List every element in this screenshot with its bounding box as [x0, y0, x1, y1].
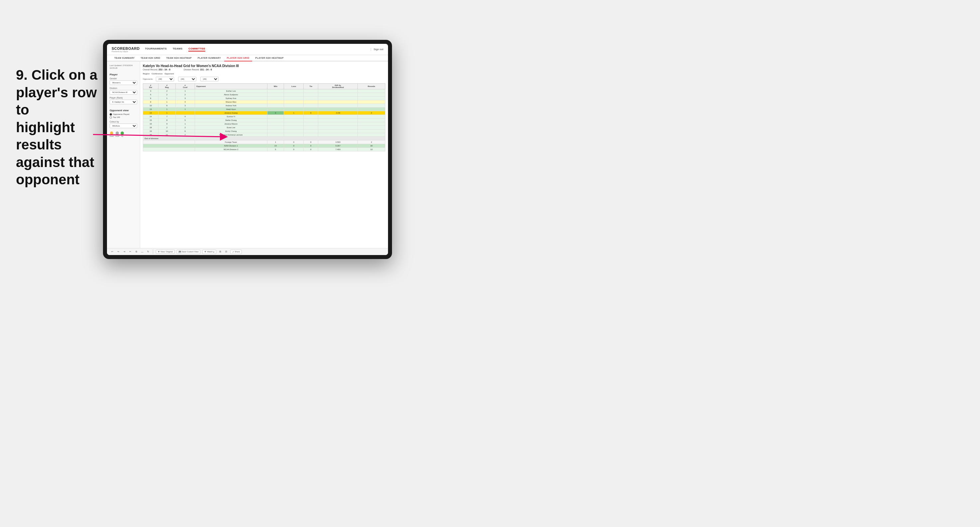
table-row[interactable]: 321 Esther Lee — [143, 89, 385, 93]
dot-down: Down — [110, 132, 114, 137]
gender-label: Gender — [110, 77, 137, 80]
col-loss: Loss — [284, 84, 304, 89]
sign-out[interactable]: Sign out — [371, 48, 383, 51]
radio-group: Opponents Played Top 100 — [110, 113, 137, 119]
grid-icon[interactable]: ⊞ — [218, 250, 222, 254]
table-row-ncaa2[interactable]: NCAA Division 2 5 0 0 7.400 10 — [143, 148, 385, 151]
radio-dot-2 — [110, 116, 112, 119]
division-label: Division — [110, 87, 137, 89]
tab-player-h2h-heatmap[interactable]: PLAYER H2H HEATMAP — [253, 55, 286, 61]
save-custom-btn[interactable]: 💾 Save Custom View — [177, 250, 200, 254]
table-row-naia1[interactable]: NAIA Division 1 15 0 0 9.267 30 — [143, 144, 385, 148]
division-select[interactable]: NCAA Division III — [110, 90, 137, 95]
table-row[interactable]: 1474 Eunice Yi — [143, 115, 385, 119]
nav-tournaments[interactable]: TOURNAMENTS — [145, 47, 166, 51]
dash-icon[interactable]: — — [140, 250, 144, 254]
opponent-view-title: Opponent view — [110, 109, 137, 112]
filters-row2: Opponents: (All) (All) (All) — [143, 77, 385, 81]
conference-label: Conference — [151, 73, 162, 75]
opponent-filter-group: Opponent — [164, 73, 174, 75]
tablet-device: SCOREBOARD Powered by clippd TOURNAMENTS… — [103, 40, 392, 259]
content-area: Katelyn Vo Head-to-Head Grid for Women's… — [140, 62, 388, 248]
bottom-toolbar: ↩ ↪ ⇥ ✂ ⧉ — ↻ 👁 View: Original 💾 Save Cu… — [107, 248, 388, 255]
tab-player-h2h-grid[interactable]: PLAYER H2H GRID — [224, 55, 252, 62]
opponent-filter-label: Opponent — [164, 73, 174, 75]
radio-dot-1 — [110, 113, 112, 116]
table-row[interactable]: 1822 Euna Lee — [143, 126, 385, 130]
conference-select[interactable]: (All) — [178, 77, 196, 81]
table-row[interactable]: 522 Alexis Sudjianto — [143, 93, 385, 97]
region-label: Region — [143, 73, 150, 75]
forward-icon[interactable]: ⇥ — [122, 250, 126, 254]
gender-select[interactable]: Women's — [110, 80, 137, 85]
dot-level-circle — [116, 132, 119, 135]
dot-level: Level — [115, 132, 119, 137]
dot-down-circle — [110, 132, 113, 135]
save-icon: 💾 — [179, 251, 181, 253]
layout-icon[interactable]: ⊟ — [224, 250, 228, 254]
colour-by-select[interactable]: Win/loss — [110, 124, 137, 128]
region-filter-group: Region — [143, 73, 150, 75]
copy-icon[interactable]: ⧉ — [134, 250, 138, 254]
table-row-highlighted[interactable]: 13 1 Jessica Huang 0 1 0 -3.00 2 — [143, 111, 385, 115]
opponent-select[interactable]: (All) — [200, 77, 219, 81]
table-row[interactable]: 20117 Federica Domecq Lacroze — [143, 133, 385, 137]
opponent-view: Opponent view Opponents Played Top 100 — [110, 109, 137, 119]
table-row[interactable]: 1311 Heeji Hyun — [143, 108, 385, 111]
col-win: Win — [267, 84, 284, 89]
tab-bar: TEAM SUMMARY TEAM H2H GRID TEAM H2H HEAT… — [107, 55, 388, 62]
nav-bar: SCOREBOARD Powered by clippd TOURNAMENTS… — [107, 44, 388, 55]
main-content: Last Updated: 27/03/2024 16:55:28 Player… — [107, 62, 388, 248]
nav-links: TOURNAMENTS TEAMS COMMITTEE — [145, 47, 205, 51]
share-btn[interactable]: ↗ Share — [230, 250, 242, 254]
h2h-grid-table: #Div #Reg #Conf Opponent Win Loss Tie Di… — [143, 83, 385, 151]
redo-icon[interactable]: ↪ — [116, 250, 120, 254]
undo-icon[interactable]: ↩ — [110, 250, 114, 254]
col-tie: Tie — [304, 84, 318, 89]
dot-up-circle — [121, 132, 124, 135]
col-div: #Div — [143, 84, 159, 89]
col-conf: #Conf — [175, 84, 195, 89]
table-row[interactable]: 1691 Jessica Mason — [143, 122, 385, 126]
col-reg: #Reg — [159, 84, 176, 89]
table-row[interactable]: 1585 Stella Chang — [143, 119, 385, 122]
table-header-row: #Div #Reg #Conf Opponent Win Loss Tie Di… — [143, 84, 385, 89]
refresh-icon[interactable]: ↻ — [146, 250, 150, 254]
tab-team-h2h-heatmap[interactable]: TEAM H2H HEATMAP — [164, 55, 194, 61]
last-updated: Last Updated: 27/03/2024 16:55:28 — [110, 64, 137, 70]
table-row[interactable]: 613 Sydney Kuo — [143, 97, 385, 100]
tab-team-h2h-grid[interactable]: TEAM H2H GRID — [138, 55, 163, 61]
nav-teams[interactable]: TEAMS — [173, 47, 183, 51]
table-row-foreign[interactable]: Foreign Team 1 0 0 4.500 2 — [143, 140, 385, 144]
col-rounds: Rounds — [358, 84, 385, 89]
player-section-title: Player — [110, 73, 137, 76]
tab-player-summary[interactable]: PLAYER SUMMARY — [195, 55, 224, 61]
annotation-block: 9. Click on a player's row to highlight … — [16, 67, 109, 189]
sidebar: Last Updated: 27/03/2024 16:55:28 Player… — [107, 62, 140, 248]
radio-opponents-played[interactable]: Opponents Played — [110, 113, 137, 116]
overall-record-label: Overall Record: 353 - 34 - 6 — [143, 68, 170, 71]
player-rank-select[interactable]: 8. Katelyn Vo — [110, 100, 137, 104]
radio-top100[interactable]: Top 100 — [110, 116, 137, 119]
logo: SCOREBOARD Powered by clippd — [111, 46, 140, 52]
tablet-screen: SCOREBOARD Powered by clippd TOURNAMENTS… — [107, 44, 388, 255]
colour-by-label: Colour by — [110, 121, 137, 123]
table-row[interactable]: 914 Sharon Mun — [143, 100, 385, 104]
region-select[interactable]: (All) — [156, 77, 174, 81]
table-row[interactable]: 1063 Andrea York — [143, 104, 385, 108]
col-opponent: Opponent — [195, 84, 267, 89]
watch-icon: 👁 — [204, 251, 206, 253]
nav-committee[interactable]: COMMITTEE — [188, 47, 205, 51]
conference-filter-group: Conference — [151, 73, 162, 75]
table-row[interactable]: 19106 Emily Chang — [143, 130, 385, 133]
logo-main: SCOREBOARD — [111, 46, 140, 51]
tab-team-summary[interactable]: TEAM SUMMARY — [111, 55, 137, 61]
watch-btn[interactable]: 👁 Watch ▾ — [202, 250, 216, 254]
watch-chevron: ▾ — [213, 251, 214, 253]
view-original-btn[interactable]: 👁 View: Original — [156, 250, 175, 254]
division-record-label: Division Record: 331 - 34 - 6 — [184, 68, 212, 71]
opponents-label: Opponents: — [143, 78, 153, 80]
scissors-icon[interactable]: ✂ — [128, 250, 132, 254]
player-rank-label: Player (Rank) — [110, 97, 137, 99]
colour-by: Colour by Win/loss Down Level — [110, 121, 137, 137]
